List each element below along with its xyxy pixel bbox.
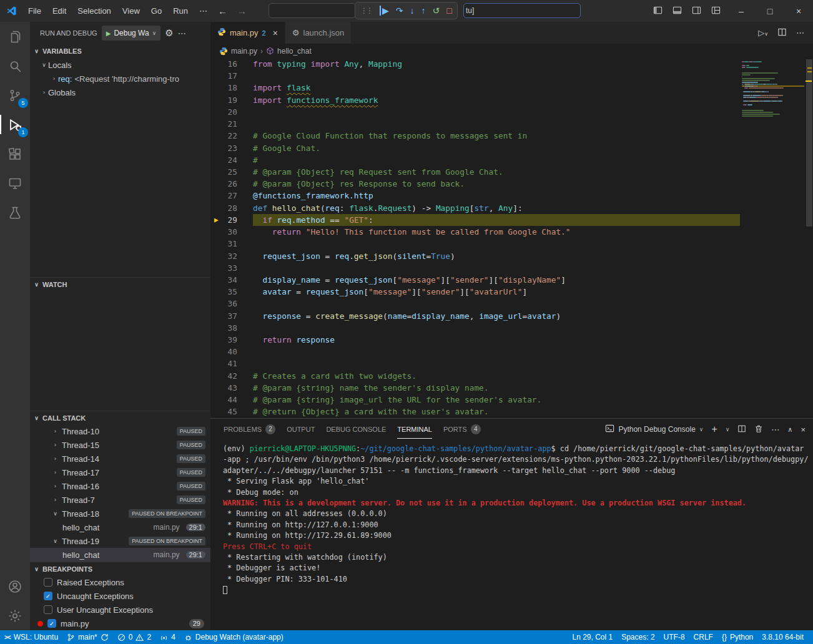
breakpoint-row[interactable]: ✓main.py29 — [30, 617, 210, 630]
code-line[interactable]: 22# Google Cloud Function that responds … — [210, 130, 740, 142]
forward-arrow-icon[interactable]: → — [237, 6, 247, 16]
chevron-right-icon[interactable]: › — [51, 469, 59, 476]
callstack-row[interactable]: ∨Thread-19PAUSED ON BREAKPOINT — [30, 534, 210, 548]
forwarded-ports-status[interactable]: 4 — [155, 630, 180, 644]
code-line[interactable]: 25# @param {Object} req Request sent fro… — [210, 166, 740, 178]
code-line[interactable]: 40 — [210, 346, 740, 358]
menu-go[interactable]: Go — [145, 0, 167, 22]
code-line[interactable]: 32 request_json = req.get_json(silent=Tr… — [210, 250, 740, 262]
code-line[interactable]: 43# @param {string} name the sender's di… — [210, 382, 740, 394]
code-line[interactable]: 36 — [210, 298, 740, 310]
customize-layout-icon[interactable] — [711, 6, 721, 17]
scrollbar-thumb[interactable] — [806, 59, 812, 227]
code-editor[interactable]: 16from typing import Any, Mapping1718imp… — [210, 58, 813, 418]
start-debug-icon[interactable]: ▶ — [106, 30, 111, 37]
debug-session-status[interactable]: Debug Watch (avatar-app) — [180, 630, 288, 644]
activity-search-icon[interactable] — [0, 51, 30, 80]
step-out-button[interactable]: ↑ — [421, 6, 426, 15]
minimap[interactable] — [740, 58, 806, 418]
git-branch-status[interactable]: main* — [62, 630, 113, 644]
toggle-secondary-sidebar-icon[interactable] — [692, 6, 701, 17]
panel-tab-ports[interactable]: PORTS4 — [438, 419, 486, 440]
watch-section-header[interactable]: ∨ WATCH — [30, 277, 210, 291]
problems-status[interactable]: 02 — [113, 630, 155, 644]
toggle-sidebar-icon[interactable] — [653, 6, 663, 17]
maximize-panel-icon[interactable]: ∧ — [787, 426, 792, 434]
callstack-row[interactable]: ∨Thread-18PAUSED ON BREAKPOINT — [30, 507, 210, 520]
drag-handle-icon[interactable]: ⋮⋮ — [360, 6, 372, 15]
editor-scrollbar[interactable] — [806, 58, 813, 418]
activity-extensions-icon[interactable] — [0, 139, 30, 168]
line-number[interactable]: 19 — [210, 94, 253, 106]
status-encoding[interactable]: UTF-8 — [659, 630, 689, 644]
variables-row[interactable]: ›Globals — [30, 85, 210, 99]
split-terminal-icon[interactable] — [737, 424, 746, 435]
variables-row[interactable]: ›req:<Request 'http://charming-tro — [30, 72, 210, 85]
chevron-right-icon[interactable]: › — [51, 483, 59, 489]
window-title-box[interactable]: tu] — [463, 3, 581, 18]
menu-edit[interactable]: Edit — [47, 0, 72, 22]
new-terminal-icon[interactable]: + — [711, 424, 717, 435]
line-number[interactable]: 20 — [210, 106, 253, 118]
chevron-right-icon[interactable]: › — [51, 497, 59, 503]
status-indentation[interactable]: Spaces: 2 — [617, 630, 659, 644]
line-number[interactable]: 18 — [210, 82, 253, 94]
code-line[interactable]: 29▶ if req.method == "GET": — [210, 214, 740, 226]
breakpoint-checkbox[interactable]: ✓ — [44, 592, 52, 600]
activity-settings-icon[interactable] — [0, 601, 30, 630]
kill-terminal-icon[interactable] — [754, 424, 763, 435]
chevron-down-icon[interactable]: ∨ — [51, 510, 59, 517]
line-number[interactable]: 28 — [210, 202, 253, 214]
code-line[interactable]: 33 — [210, 262, 740, 274]
activity-source-control-icon[interactable]: 5 — [0, 80, 30, 110]
chevron-down-icon[interactable]: ∨ — [51, 538, 59, 544]
line-number[interactable]: 30 — [210, 226, 253, 238]
terminal[interactable]: (env) pierrick@LAPTOP-HKU5PNNG:~/git/goo… — [210, 440, 813, 630]
line-number[interactable]: 35 — [210, 286, 253, 298]
code-line[interactable]: 38 — [210, 322, 740, 334]
variables-section-header[interactable]: ∨ VARIABLES — [30, 44, 210, 58]
callstack-row[interactable]: ›Thread-7PAUSED — [30, 493, 210, 507]
stop-button[interactable]: □ — [446, 6, 451, 15]
line-number[interactable]: 26 — [210, 178, 253, 190]
panel-tab-output[interactable]: OUTPUT — [281, 419, 320, 440]
code-line[interactable]: 42# Creates a card with two widgets. — [210, 370, 740, 382]
menu-run[interactable]: Run — [167, 0, 194, 22]
breadcrumb-item[interactable]: hello_chat — [277, 47, 312, 56]
status-cursor-position[interactable]: Ln 29, Col 1 — [568, 630, 617, 644]
breakpoint-checkbox[interactable] — [44, 605, 52, 614]
chevron-down-icon[interactable]: ∨ — [40, 62, 48, 68]
editor-more-actions-icon[interactable]: ⋯ — [796, 28, 804, 37]
menu-more[interactable]: ⋯ — [194, 0, 213, 22]
line-number[interactable]: 38 — [210, 322, 253, 334]
menu-selection[interactable]: Selection — [72, 0, 116, 22]
code-line[interactable]: 24# — [210, 154, 740, 166]
terminal-selector[interactable]: Python Debug Console ∨ — [605, 424, 703, 435]
code-line[interactable]: 34 display_name = request_json["message"… — [210, 274, 740, 286]
code-line[interactable]: 26# @param {Object} res Response to send… — [210, 178, 740, 190]
line-number[interactable]: 36 — [210, 298, 253, 310]
line-number[interactable]: 24 — [210, 154, 253, 166]
code-line[interactable]: 27@functions_framework.http — [210, 190, 740, 202]
toggle-panel-icon[interactable] — [673, 6, 682, 17]
callstack-row[interactable]: ›Thread-15PAUSED — [30, 438, 210, 452]
line-number[interactable]: 41 — [210, 358, 253, 369]
minimize-button[interactable]: – — [727, 0, 756, 22]
activity-explorer-icon[interactable] — [0, 22, 30, 51]
continue-button[interactable]: ▶ — [380, 6, 389, 15]
line-number[interactable]: 25 — [210, 166, 253, 178]
breadcrumb-item[interactable]: main.py — [231, 47, 257, 56]
code-line[interactable]: 17 — [210, 70, 740, 82]
panel-more-actions-icon[interactable]: ⋯ — [771, 425, 779, 434]
callstack-row[interactable]: ›Thread-17PAUSED — [30, 466, 210, 479]
line-number[interactable]: 16 — [210, 58, 253, 70]
breakpoint-checkbox[interactable]: ✓ — [47, 619, 56, 628]
line-number[interactable]: 21 — [210, 118, 253, 130]
close-tab-icon[interactable]: × — [273, 28, 278, 38]
line-number[interactable]: 45 — [210, 406, 253, 417]
code-line[interactable]: 20 — [210, 106, 740, 118]
status-language[interactable]: {}Python — [717, 630, 757, 644]
code-line[interactable]: 23# Google Chat. — [210, 142, 740, 154]
line-number[interactable]: 42 — [210, 370, 253, 382]
panel-tab-debug-console[interactable]: DEBUG CONSOLE — [320, 419, 392, 440]
